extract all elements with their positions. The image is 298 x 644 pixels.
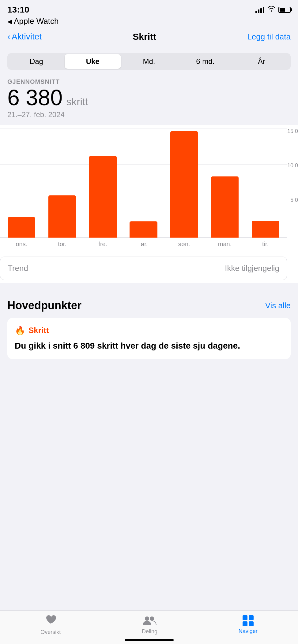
tab-oversikt-label: Oversikt — [40, 629, 61, 635]
add-data-button[interactable]: Legg til data — [247, 32, 291, 42]
bar-chart: 15 000 10 000 5 000 0 ons. tor. fre. lør… — [0, 128, 287, 250]
section-separator — [0, 283, 298, 291]
stats-label: GJENNOMSNITT — [7, 78, 291, 85]
y-label-10000: 10 000 — [287, 162, 298, 169]
x-label-ons: ons. — [1, 241, 42, 248]
tab-6md[interactable]: 6 md. — [177, 54, 233, 69]
bar-wrapper — [164, 128, 205, 238]
bar-wrapper — [82, 128, 123, 238]
tab-dag[interactable]: Dag — [8, 54, 65, 69]
highlight-card-text: Du gikk i snitt 6 809 skritt hver dag de… — [15, 340, 283, 352]
heart-icon — [45, 614, 56, 627]
y-label-5000: 5 000 — [290, 197, 298, 203]
bar-lør — [130, 221, 157, 238]
tab-ar[interactable]: År — [233, 54, 290, 69]
trend-label: Trend — [8, 264, 28, 273]
trend-value: Ikke tilgjengelig — [225, 264, 279, 273]
highlight-card-title: Skritt — [28, 326, 49, 335]
bar-wrapper — [1, 128, 42, 238]
home-indicator — [125, 639, 174, 641]
highlights-header: Hovedpunkter Vis alle — [7, 299, 291, 312]
people-icon — [142, 615, 157, 627]
back-chevron-icon: ‹ — [7, 31, 10, 42]
x-label-tir: tir. — [245, 241, 286, 248]
header-nav: ‹ Aktivitet Skritt Legg til data — [0, 28, 298, 47]
stats-unit: skritt — [66, 96, 88, 108]
highlight-card-header: 🔥 Skritt — [15, 325, 283, 335]
status-time: 13:10 — [7, 5, 29, 15]
bar-wrapper — [42, 128, 83, 238]
stats-section: GJENNOMSNITT 6 380 skritt 21.–27. feb. 2… — [7, 78, 291, 119]
highlights-title: Hovedpunkter — [7, 299, 81, 312]
status-bar: 13:10 — [0, 0, 298, 17]
chart-section: 15 000 10 000 5 000 0 ons. tor. fre. lør… — [0, 125, 298, 283]
period-tabs: Dag Uke Md. 6 md. År — [7, 53, 291, 70]
tab-uke[interactable]: Uke — [65, 54, 121, 69]
battery-icon — [278, 7, 291, 13]
x-label-tor: tor. — [42, 241, 83, 248]
stats-number: 6 380 — [7, 87, 62, 109]
bar-ons — [8, 217, 35, 238]
x-label-son: søn. — [164, 241, 205, 248]
svg-point-1 — [150, 616, 154, 621]
back-button[interactable]: ‹ Aktivitet — [7, 31, 42, 42]
tab-deling[interactable]: Deling — [142, 615, 157, 635]
tab-naviger[interactable]: Naviger — [239, 615, 258, 635]
back-label: Aktivitet — [12, 32, 42, 42]
bar-tir — [252, 221, 279, 238]
x-label-lor: lør. — [123, 241, 164, 248]
signal-icon — [255, 6, 264, 13]
x-label-fre: fre. — [82, 241, 123, 248]
stats-value-row: 6 380 skritt — [7, 87, 291, 109]
y-label-15000: 15 000 — [287, 128, 298, 135]
bar-wrapper — [123, 128, 164, 238]
x-label-man: man. — [205, 241, 245, 248]
apple-watch-label: Apple Watch — [14, 17, 58, 26]
tab-md[interactable]: Md. — [121, 54, 177, 69]
wifi-icon — [267, 6, 275, 14]
bar-tor — [48, 195, 76, 238]
svg-point-0 — [145, 616, 149, 621]
highlight-card: 🔥 Skritt Du gikk i snitt 6 809 skritt hv… — [7, 318, 291, 359]
bar-wrapper — [245, 128, 286, 238]
apple-watch-nav[interactable]: ◀ Apple Watch — [0, 17, 298, 28]
bar-wrapper — [205, 128, 245, 238]
main-content: Dag Uke Md. 6 md. År GJENNOMSNITT 6 380 … — [0, 47, 298, 119]
tab-oversikt[interactable]: Oversikt — [40, 614, 61, 635]
highlights-section: Hovedpunkter Vis alle 🔥 Skritt Du gikk i… — [0, 291, 298, 365]
x-axis: ons. tor. fre. lør. søn. man. tir. — [0, 238, 287, 250]
tab-naviger-label: Naviger — [239, 628, 258, 635]
bar-fre — [89, 156, 117, 238]
tab-deling-label: Deling — [142, 628, 157, 635]
status-icons — [255, 6, 291, 14]
fire-icon: 🔥 — [15, 325, 25, 335]
page-title: Skritt — [133, 31, 156, 42]
stats-date: 21.–27. feb. 2024 — [7, 110, 291, 119]
trend-card: Trend Ikke tilgjengelig — [0, 257, 287, 280]
vis-alle-button[interactable]: Vis alle — [265, 301, 291, 310]
grid-icon — [243, 615, 254, 626]
bar-søn — [170, 131, 198, 238]
back-arrow-icon: ◀ — [7, 18, 12, 25]
bar-man — [211, 176, 239, 238]
